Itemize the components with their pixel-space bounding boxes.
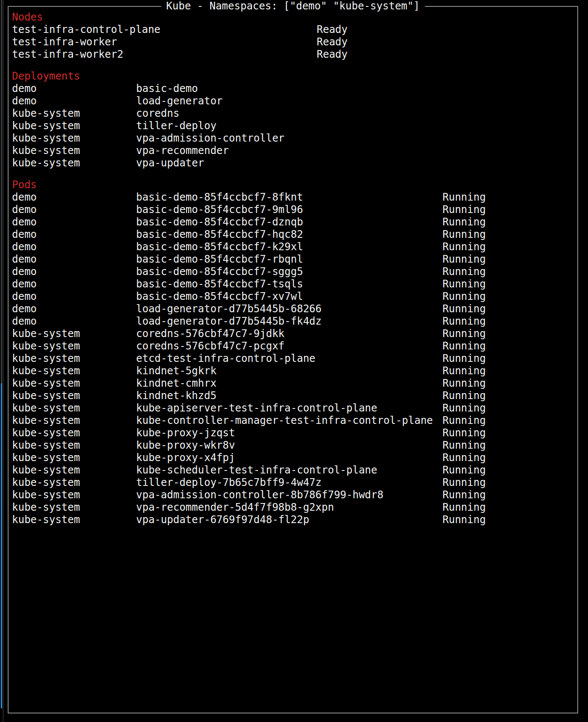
pod-row: demoload-generator-d77b5445b-fk4dzRunnin… xyxy=(12,315,576,328)
name-cell: vpa-recommender-5d4f7f98b8-g2xpn xyxy=(136,501,442,514)
name-cell: kube-scheduler-test-infra-control-plane xyxy=(136,464,442,476)
deployment-row: demobasic-demo xyxy=(12,83,576,95)
pane-scrollbar-track xyxy=(1,0,2,383)
namespace-cell: demo xyxy=(12,290,136,303)
status-cell: Running xyxy=(442,278,576,290)
namespace-cell: demo xyxy=(12,216,136,228)
name-cell: vpa-updater-6769f97d48-fl22p xyxy=(136,514,442,526)
pod-row: demobasic-demo-85f4ccbcf7-sggg5Running xyxy=(12,266,576,278)
status-cell: Running xyxy=(442,501,576,514)
status-cell: Running xyxy=(442,216,576,228)
name-cell: basic-demo-85f4ccbcf7-rbqnl xyxy=(136,253,442,266)
deployment-row: kube-systemcoredns xyxy=(12,107,576,120)
status-cell: Running xyxy=(442,241,576,253)
name-cell: coredns-576cbf47c7-pcgxf xyxy=(136,340,442,352)
namespace-cell: kube-system xyxy=(12,365,136,377)
status-cell: Running xyxy=(442,514,576,526)
pod-row: kube-systemkube-scheduler-test-infra-con… xyxy=(12,464,576,476)
namespace-cell: demo xyxy=(12,83,136,95)
pods-section-header: Pods xyxy=(12,179,576,191)
terminal-screen: Kube - Namespaces: ["demo" "kube-system"… xyxy=(0,0,588,722)
pod-row: kube-systemvpa-updater-6769f97d48-fl22pR… xyxy=(12,514,576,526)
pod-row: kube-systemetcd-test-infra-control-plane… xyxy=(12,352,576,365)
namespace-cell: kube-system xyxy=(12,352,136,365)
nodes-section-header: Nodes xyxy=(12,11,576,24)
name-cell: kube-apiserver-test-infra-control-plane xyxy=(136,402,442,414)
pod-row: demobasic-demo-85f4ccbcf7-dznqbRunning xyxy=(12,216,576,228)
name-cell: test-infra-control-plane xyxy=(12,24,317,36)
namespace-cell: demo xyxy=(12,278,136,290)
pods-list: demobasic-demo-85f4ccbcf7-8fkntRunningde… xyxy=(12,191,576,526)
namespace-cell: kube-system xyxy=(12,402,136,414)
status-cell: Running xyxy=(442,352,576,365)
deployment-row: demoload-generator xyxy=(12,95,576,107)
pod-row: demoload-generator-d77b5445b-68266Runnin… xyxy=(12,303,576,315)
pod-row: demobasic-demo-85f4ccbcf7-hqc82Running xyxy=(12,228,576,241)
pane-scrollbar-thumb[interactable] xyxy=(1,383,2,708)
name-cell: coredns-576cbf47c7-9jdkk xyxy=(136,328,442,340)
status-cell: Running xyxy=(442,204,576,216)
status-cell: Running xyxy=(442,290,576,303)
name-cell: tiller-deploy xyxy=(136,120,576,132)
pod-row: demobasic-demo-85f4ccbcf7-9ml96Running xyxy=(12,204,576,216)
namespace-cell: demo xyxy=(12,253,136,266)
pod-row: kube-systemvpa-recommender-5d4f7f98b8-g2… xyxy=(12,501,576,514)
name-cell: basic-demo-85f4ccbcf7-9ml96 xyxy=(136,204,442,216)
status-cell: Running xyxy=(442,452,576,464)
pod-row: kube-systemkube-proxy-wkr8vRunning xyxy=(12,439,576,452)
name-cell: coredns xyxy=(136,107,576,120)
status-cell: Running xyxy=(442,340,576,352)
pod-row: demobasic-demo-85f4ccbcf7-k29xlRunning xyxy=(12,241,576,253)
namespace-cell: kube-system xyxy=(12,107,136,120)
name-cell: basic-demo-85f4ccbcf7-xv7wl xyxy=(136,290,442,303)
namespace-cell: kube-system xyxy=(12,377,136,390)
pod-row: demobasic-demo-85f4ccbcf7-rbqnlRunning xyxy=(12,253,576,266)
pod-row: kube-systemtiller-deploy-7b65c7bff9-4w47… xyxy=(12,476,576,489)
name-cell: basic-demo-85f4ccbcf7-dznqb xyxy=(136,216,442,228)
status-cell: Running xyxy=(442,228,576,241)
status-cell: Running xyxy=(442,365,576,377)
pods-section: Pods demobasic-demo-85f4ccbcf7-8fkntRunn… xyxy=(12,179,576,526)
name-cell: load-generator xyxy=(136,95,576,107)
name-cell: basic-demo xyxy=(136,83,576,95)
name-cell: load-generator-d77b5445b-fk4dz xyxy=(136,315,442,328)
status-cell: Ready xyxy=(317,48,576,61)
deployments-list: demobasic-demodemoload-generatorkube-sys… xyxy=(12,83,576,169)
pod-row: kube-systemcoredns-576cbf47c7-pcgxfRunni… xyxy=(12,340,576,352)
status-cell: Running xyxy=(442,464,576,476)
namespace-cell: kube-system xyxy=(12,514,136,526)
kube-watch-panel: Kube - Namespaces: ["demo" "kube-system"… xyxy=(8,6,578,713)
status-cell: Running xyxy=(442,427,576,439)
namespace-cell: kube-system xyxy=(12,340,136,352)
name-cell: basic-demo-85f4ccbcf7-k29xl xyxy=(136,241,442,253)
namespace-cell: demo xyxy=(12,191,136,204)
namespace-cell: kube-system xyxy=(12,120,136,132)
pod-row: kube-systemkube-controller-manager-test-… xyxy=(12,414,576,427)
namespace-cell: kube-system xyxy=(12,489,136,501)
namespace-cell: demo xyxy=(12,204,136,216)
node-row: test-infra-control-planeReady xyxy=(12,24,576,36)
name-cell: basic-demo-85f4ccbcf7-hqc82 xyxy=(136,228,442,241)
name-cell: test-infra-worker2 xyxy=(12,48,317,61)
name-cell: kube-proxy-jzqst xyxy=(136,427,442,439)
pod-row: demobasic-demo-85f4ccbcf7-tsqlsRunning xyxy=(12,278,576,290)
name-cell: vpa-admission-controller xyxy=(136,132,576,145)
status-cell: Running xyxy=(442,191,576,204)
name-cell: test-infra-worker xyxy=(12,36,317,48)
status-cell: Running xyxy=(442,489,576,501)
namespace-cell: kube-system xyxy=(12,145,136,157)
namespace-cell: kube-system xyxy=(12,464,136,476)
namespace-cell: kube-system xyxy=(12,439,136,452)
gutter-divider xyxy=(3,0,4,722)
name-cell: etcd-test-infra-control-plane xyxy=(136,352,442,365)
namespace-cell: kube-system xyxy=(12,328,136,340)
pod-row: kube-systemkindnet-khzd5Running xyxy=(12,390,576,402)
deployment-row: kube-systemtiller-deploy xyxy=(12,120,576,132)
deployments-section-header: Deployments xyxy=(12,70,576,83)
pod-row: kube-systemkube-proxy-jzqstRunning xyxy=(12,427,576,439)
node-row: test-infra-workerReady xyxy=(12,36,576,48)
pod-row: demobasic-demo-85f4ccbcf7-xv7wlRunning xyxy=(12,290,576,303)
name-cell: basic-demo-85f4ccbcf7-tsqls xyxy=(136,278,442,290)
status-cell: Running xyxy=(442,315,576,328)
status-cell: Running xyxy=(442,377,576,390)
